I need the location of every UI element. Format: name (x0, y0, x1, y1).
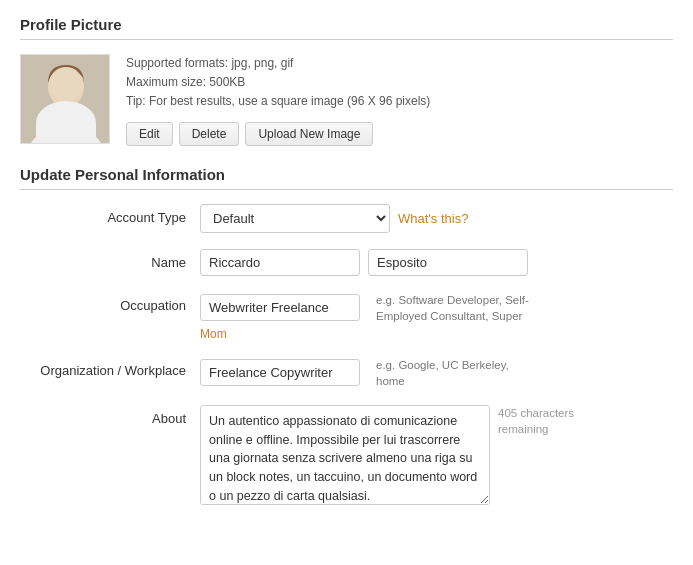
upload-new-image-button[interactable]: Upload New Image (245, 122, 373, 146)
profile-picture-section: Profile Picture (20, 16, 673, 146)
name-row: Name (20, 249, 673, 276)
first-name-input[interactable] (200, 249, 360, 276)
max-size-text: Maximum size: 500KB (126, 73, 430, 92)
occupation-link[interactable]: Mom (200, 327, 673, 341)
about-label: About (20, 405, 200, 426)
occupation-hint: e.g. Software Developer, Self-Employed C… (376, 292, 536, 324)
account-type-row: Account Type Default Premium Business Wh… (20, 204, 673, 233)
about-row: About Un autentico appassionato di comun… (20, 405, 673, 505)
delete-button[interactable]: Delete (179, 122, 240, 146)
tip-text: Tip: For best results, use a square imag… (126, 92, 430, 111)
account-type-controls: Default Premium Business What's this? (200, 204, 673, 233)
profile-picture-content: Supported formats: jpg, png, gif Maximum… (20, 54, 673, 146)
organization-input[interactable] (200, 359, 360, 386)
avatar-image (21, 55, 110, 144)
supported-formats-text: Supported formats: jpg, png, gif (126, 54, 430, 73)
organization-label: Organization / Workplace (20, 357, 200, 378)
organization-row: Organization / Workplace e.g. Google, UC… (20, 357, 673, 389)
profile-picture-title: Profile Picture (20, 16, 673, 40)
about-controls: Un autentico appassionato di comunicazio… (200, 405, 673, 505)
occupation-controls: e.g. Software Developer, Self-Employed C… (200, 292, 673, 341)
edit-button[interactable]: Edit (126, 122, 173, 146)
occupation-label: Occupation (20, 292, 200, 313)
name-controls (200, 249, 673, 276)
occupation-row: Occupation e.g. Software Developer, Self… (20, 292, 673, 341)
organization-hint: e.g. Google, UC Berkeley, home (376, 357, 516, 389)
occupation-input[interactable] (200, 294, 360, 321)
update-section-title: Update Personal Information (20, 166, 673, 190)
svg-point-1 (26, 125, 106, 144)
svg-rect-0 (21, 55, 110, 144)
last-name-input[interactable] (368, 249, 528, 276)
chars-remaining-text: 405 characters remaining (498, 405, 588, 437)
profile-info: Supported formats: jpg, png, gif Maximum… (126, 54, 430, 146)
update-personal-info-section: Update Personal Information Account Type… (20, 166, 673, 505)
svg-point-4 (57, 82, 62, 88)
account-type-select[interactable]: Default Premium Business (200, 204, 390, 233)
svg-rect-3 (41, 117, 91, 144)
whats-this-link[interactable]: What's this? (398, 211, 468, 226)
avatar (20, 54, 110, 144)
profile-buttons: Edit Delete Upload New Image (126, 122, 430, 146)
svg-point-2 (48, 67, 84, 107)
svg-point-5 (71, 82, 76, 88)
about-textarea[interactable]: Un autentico appassionato di comunicazio… (200, 405, 490, 505)
account-type-label: Account Type (20, 204, 200, 225)
name-label: Name (20, 249, 200, 270)
organization-controls: e.g. Google, UC Berkeley, home (200, 357, 673, 389)
